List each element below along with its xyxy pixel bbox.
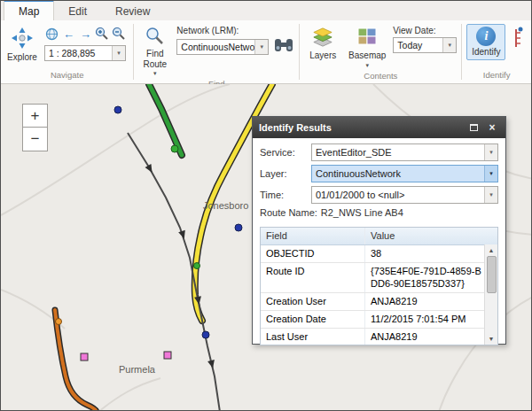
identify-results-panel: Identify Results × Service: EventEditor_…	[252, 116, 506, 345]
chevron-down-icon: ▾	[484, 166, 497, 182]
table-row[interactable]: Creation User ANJA8219	[261, 293, 497, 311]
place-label-jonesboro: Jonesboro	[203, 200, 248, 211]
table-header-row: Field Value	[261, 228, 497, 245]
network-dropdown[interactable]: ContinuousNetwork ▾	[176, 39, 269, 55]
map-zoom-control: + −	[22, 104, 48, 151]
basemap-button[interactable]: Basemap ▾	[347, 24, 387, 71]
view-date-label: View Date:	[393, 26, 457, 35]
full-extent-icon[interactable]	[44, 27, 59, 42]
table-row[interactable]: OBJECTID 38	[261, 245, 497, 263]
table-row[interactable]: Creation Date 11/2/2015 7:01:54 PM	[261, 311, 497, 329]
chevron-down-icon: ▾	[365, 62, 369, 68]
vertex-orange	[56, 319, 62, 325]
close-icon: ×	[489, 121, 495, 134]
previous-extent-icon[interactable]: ←	[61, 27, 76, 42]
ribbon-group-find: Find Route ▾ Network (LRM): ContinuousNe…	[134, 20, 299, 83]
service-label: Service:	[260, 147, 311, 158]
network-lrm-label: Network (LRM):	[176, 26, 294, 35]
map-zoom-out-button[interactable]: −	[22, 128, 48, 151]
table-row[interactable]: Route ID {735E4F0E-791D-4859-BDD6-90E185…	[261, 263, 497, 292]
vertex-pink	[81, 353, 88, 361]
layer-dropdown[interactable]: ContinuousNetwork ▾	[311, 165, 498, 182]
basemap-icon	[356, 27, 378, 50]
chevron-down-icon: ▾	[153, 70, 157, 76]
place-label-purmela: Purmela	[119, 364, 155, 375]
chevron-down-icon: ▾	[254, 40, 268, 54]
vertex-blue	[235, 224, 242, 231]
magnifier-icon	[145, 27, 165, 48]
identify-icon: i	[476, 27, 496, 46]
group-label-identify: Identify	[462, 70, 531, 83]
layers-button[interactable]: Layers	[304, 24, 341, 64]
time-label: Time:	[260, 190, 311, 200]
ribbon-tab-bar: Map Edit Review	[1, 1, 531, 20]
explore-button[interactable]: Explore	[5, 24, 39, 66]
chevron-down-icon: ▾	[484, 187, 497, 203]
identify-route-icon[interactable]	[511, 24, 523, 53]
tab-map[interactable]: Map	[4, 0, 54, 20]
chevron-down-icon: ▾	[484, 144, 497, 160]
vertex-green	[171, 145, 178, 152]
tab-review[interactable]: Review	[101, 2, 164, 20]
scroll-up-icon[interactable]: ▲	[485, 244, 497, 256]
zoom-in-icon[interactable]	[95, 27, 110, 42]
explore-icon	[11, 27, 34, 51]
column-header-value: Value	[365, 228, 497, 244]
maximize-button[interactable]	[466, 121, 481, 134]
attributes-table: Field Value OBJECTID 38 Route ID {735E4F…	[260, 227, 498, 345]
layers-icon	[311, 27, 334, 50]
column-header-field: Field	[261, 228, 365, 244]
view-date-dropdown[interactable]: Today ▾	[393, 37, 457, 53]
service-dropdown[interactable]: EventEditor_SDE ▾	[311, 143, 498, 161]
vertex-green	[194, 263, 200, 269]
tab-edit[interactable]: Edit	[54, 2, 101, 20]
map-zoom-in-button[interactable]: +	[22, 104, 48, 128]
scale-dropdown[interactable]: 1 : 288,895 ▾	[44, 45, 126, 61]
scroll-down-icon[interactable]: ▼	[485, 333, 497, 345]
layer-label: Layer:	[260, 168, 311, 179]
vertex-blue	[114, 106, 121, 113]
panel-titlebar[interactable]: Identify Results ×	[253, 117, 505, 138]
ribbon-group-navigate: Explore ← →	[1, 20, 133, 83]
panel-body: Service: EventEditor_SDE ▾ Layer: Contin…	[253, 138, 505, 349]
event-editor-window: Map Edit Review Explor	[0, 0, 532, 411]
panel-title: Identify Results	[259, 122, 332, 133]
vertex-blue	[202, 331, 209, 338]
ribbon-group-contents: Layers Basemap ▾ View Date	[300, 20, 461, 83]
group-label-contents: Contents	[300, 71, 461, 84]
ribbon: Explore ← →	[1, 20, 531, 84]
zoom-out-icon[interactable]	[112, 27, 127, 42]
time-dropdown[interactable]: 01/01/2000 to <null> ▾	[311, 186, 498, 204]
map-canvas[interactable]: + − Jonesboro Purmela Identify Results ×…	[1, 84, 531, 410]
scrollbar-thumb[interactable]	[487, 256, 497, 293]
close-button[interactable]: ×	[485, 121, 499, 134]
table-row[interactable]: Last User ANJA8219	[261, 329, 497, 345]
maximize-icon	[470, 124, 478, 131]
route-name: Route Name: R2_NWS Line AB4	[260, 207, 498, 223]
chevron-down-icon: ▾	[442, 38, 456, 52]
table-scrollbar[interactable]: ▲ ▼	[484, 244, 497, 345]
group-label-navigate: Navigate	[1, 70, 133, 83]
chevron-down-icon: ▾	[112, 46, 125, 60]
identify-button[interactable]: i Identify	[466, 24, 505, 60]
find-route-button[interactable]: Find Route ▾	[138, 24, 171, 79]
vertex-pink	[164, 352, 171, 359]
ribbon-group-identify: i Identify Identify	[462, 20, 531, 83]
next-extent-icon[interactable]: →	[78, 27, 93, 42]
binoculars-icon[interactable]	[273, 37, 294, 57]
